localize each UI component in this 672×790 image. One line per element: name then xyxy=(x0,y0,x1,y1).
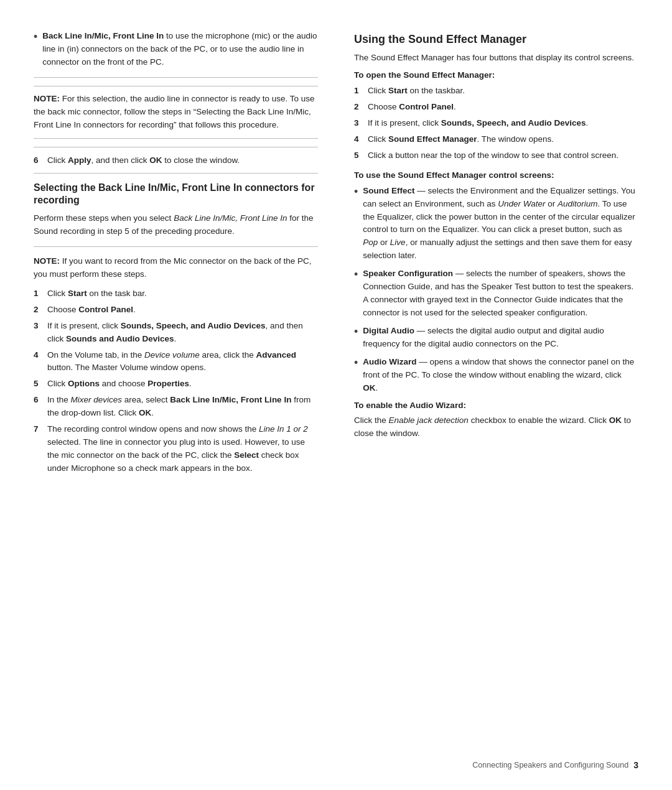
bullet-dot-sc: • xyxy=(354,268,358,282)
bullet-dot: • xyxy=(34,30,37,44)
note-block-2: NOTE: If you want to record from the Mic… xyxy=(34,255,318,281)
footer-label: Connecting Speakers and Configuring Soun… xyxy=(472,761,628,769)
footer-page-num: 3 xyxy=(633,760,638,770)
step-2-text: Choose Control Panel. xyxy=(47,304,318,317)
bullet-back-line-bold: Back Line In/Mic, Front Line In xyxy=(42,31,164,40)
step-7-text: The recording control window opens and n… xyxy=(47,423,318,475)
step-6b-text: In the Mixer devices area, select Back L… xyxy=(47,394,318,420)
bullet-dot-aw: • xyxy=(354,356,358,370)
note-1-bold: NOTE: xyxy=(34,94,60,103)
open-heading: To open the Sound Effect Manager: xyxy=(354,70,638,81)
step-1-text: Click Start on the task bar. xyxy=(47,287,318,300)
section2-para: Perform these steps when you select Back… xyxy=(34,212,318,238)
open-step-3: 3 If it is present, click Sounds, Speech… xyxy=(354,117,638,130)
step-7: 7 The recording control window opens and… xyxy=(34,423,318,475)
bullet-se-text: Sound Effect — selects the Environment a… xyxy=(363,185,638,263)
divider-3 xyxy=(34,173,318,174)
step-5: 5 Click Options and choose Properties. xyxy=(34,378,318,391)
bullet-sc-text: Speaker Configuration — selects the numb… xyxy=(363,267,638,320)
divider-2 xyxy=(34,147,318,147)
use-heading: To use the Sound Effect Manager control … xyxy=(354,170,638,182)
open-step-4: 4 Click Sound Effect Manager. The window… xyxy=(354,133,638,146)
bullet-da-text: Digital Audio — selects the digital audi… xyxy=(363,325,638,351)
step-6-num: 6 xyxy=(34,156,45,165)
bullet-dot-da: • xyxy=(354,325,358,339)
step-5-text: Click Options and choose Properties. xyxy=(47,378,318,391)
bullet-speaker-config: • Speaker Configuration — selects the nu… xyxy=(354,267,638,320)
bullet-digital-audio: • Digital Audio — selects the digital au… xyxy=(354,325,638,351)
bullet-aw-text: Audio Wizard — opens a window that shows… xyxy=(363,356,638,395)
step-6-row: 6 Click Apply, and then click OK to clos… xyxy=(34,156,318,165)
left-column: • Back Line In/Mic, Front Line In to use… xyxy=(34,30,329,760)
step-4: 4 On the Volume tab, in the Device volum… xyxy=(34,349,318,375)
step-6b: 6 In the Mixer devices area, select Back… xyxy=(34,394,318,420)
right-column: Using the Sound Effect Manager The Sound… xyxy=(352,30,638,760)
step-3: 3 If it is present, click Sounds, Speech… xyxy=(34,320,318,346)
page-container: • Back Line In/Mic, Front Line In to use… xyxy=(0,0,672,790)
steps-list: 1 Click Start on the task bar. 2 Choose … xyxy=(34,287,318,475)
intro-para: The Sound Effect Manager has four button… xyxy=(354,52,638,65)
open-step-2: 2 Choose Control Panel. xyxy=(354,101,638,114)
enable-heading: To enable the Audio Wizard: xyxy=(354,400,638,412)
bullet-sound-effect: • Sound Effect — selects the Environment… xyxy=(354,185,638,263)
main-heading: Using the Sound Effect Manager xyxy=(354,32,638,47)
step-4-text: On the Volume tab, in the Device volume … xyxy=(47,349,318,375)
bullet-dot-se: • xyxy=(354,185,358,199)
section2-heading: Selecting the Back Line In/Mic, Front Li… xyxy=(34,182,318,208)
note-1-text: For this selection, the audio line in co… xyxy=(34,94,314,129)
bullet-back-line-in: • Back Line In/Mic, Front Line In to use… xyxy=(34,30,318,69)
bullet-back-line-text: Back Line In/Mic, Front Line In to use t… xyxy=(42,30,318,69)
step-6-text: Click Apply, and then click OK to close … xyxy=(47,156,240,165)
step-3-text: If it is present, click Sounds, Speech, … xyxy=(47,320,318,346)
step-2: 2 Choose Control Panel. xyxy=(34,304,318,317)
divider-4 xyxy=(34,246,318,247)
divider-1 xyxy=(34,77,318,78)
note-block-1: NOTE: For this selection, the audio line… xyxy=(34,86,318,139)
page-footer: Connecting Speakers and Configuring Soun… xyxy=(472,760,638,770)
step-6-container: 6 Click Apply, and then click OK to clos… xyxy=(34,156,318,165)
open-steps-list: 1 Click Start on the taskbar. 2 Choose C… xyxy=(354,85,638,162)
enable-para: Click the Enable jack detection checkbox… xyxy=(354,414,638,440)
open-step-5: 5 Click a button near the top of the win… xyxy=(354,149,638,162)
step-1: 1 Click Start on the task bar. xyxy=(34,287,318,300)
bullet-audio-wizard: • Audio Wizard — opens a window that sho… xyxy=(354,356,638,395)
open-step-1: 1 Click Start on the taskbar. xyxy=(354,85,638,98)
